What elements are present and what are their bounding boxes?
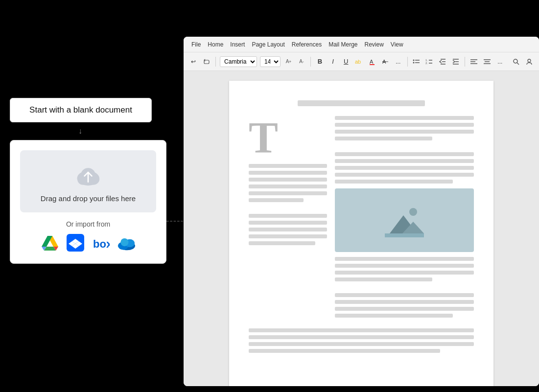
strikethrough-button[interactable]: A [380,56,390,68]
text-line [335,314,453,318]
text-line [335,264,474,268]
doc-col-right [335,116,474,321]
upload-card: Drag and drop your files here Or import … [10,140,166,264]
cloud-upload-icon [73,164,103,188]
menu-page-layout[interactable]: Page Layout [252,41,284,48]
text-line [335,173,474,177]
text-line [335,116,474,120]
image-placeholder [335,188,474,252]
text-line [335,130,474,134]
document-area[interactable]: T [184,71,539,386]
toolbar: ↩ Cambria 14 A+ A- B I U ab A A ... [184,52,539,71]
underline-button[interactable]: U [341,56,351,68]
text-line [249,164,327,168]
svg-point-51 [528,59,531,62]
onedrive-icon[interactable] [117,234,135,252]
arrow-divider: ↓ [10,126,152,136]
import-icons-row: box [41,234,135,252]
text-line [335,152,474,156]
text-line [249,178,327,182]
bullet-list-button[interactable] [411,56,422,68]
or-import-text: Or import from [66,220,110,228]
text-line [249,328,474,332]
drag-drop-text: Drag and drop your files here [41,194,136,203]
toolbar-divider-1 [215,57,216,67]
more-toolbar-button[interactable]: ... [495,56,505,68]
menu-home[interactable]: Home [208,41,223,48]
text-line [249,191,327,195]
toolbar-divider-4 [465,57,465,67]
svg-text:2.: 2. [425,62,428,65]
blank-doc-button[interactable]: Start with a blank document [10,98,152,122]
svg-point-29 [413,59,414,61]
menu-mail-merge[interactable]: Mail Merge [328,41,357,48]
font-color-button[interactable]: A [367,56,377,68]
svg-text:A: A [370,59,374,65]
font-family-select[interactable]: Cambria [220,56,257,67]
menu-references[interactable]: References [292,41,322,48]
svg-line-50 [517,63,519,65]
italic-button[interactable]: I [328,56,338,68]
upload-zone[interactable]: Drag and drop your files here [20,150,156,212]
svg-point-30 [413,62,414,63]
svg-point-20 [120,238,128,246]
menu-file[interactable]: File [191,41,201,48]
indent-button[interactable] [450,56,461,68]
word-app-window: File Home Insert Page Layout References … [184,37,539,386]
text-line [249,221,327,225]
text-line [249,349,440,353]
text-line [335,123,474,127]
text-line [335,300,474,304]
highlight-button[interactable]: ab [354,56,364,68]
text-line [249,228,327,231]
doc-title-placeholder [298,100,425,106]
text-line [335,277,432,281]
user-button[interactable] [524,56,534,68]
svg-rect-55 [385,233,424,237]
align-center-button[interactable] [482,56,492,68]
menu-view[interactable]: View [391,41,403,48]
menu-review[interactable]: Review [365,41,384,48]
text-line [249,234,327,238]
text-line [335,166,474,170]
toolbar-divider-2 [310,57,311,67]
undo-button[interactable]: ↩ [188,56,199,68]
left-panel: Start with a blank document ↓ Drag and d… [0,0,181,392]
bold-button[interactable]: B [315,56,325,68]
redo-button[interactable] [202,56,212,68]
text-line [335,307,474,311]
numbered-list-button[interactable]: 1.2. [424,56,435,68]
menu-insert[interactable]: Insert [230,41,245,48]
text-line [249,241,315,245]
text-line [249,171,327,175]
svg-point-49 [514,59,517,63]
text-line [249,342,474,346]
box-icon[interactable]: box [92,234,110,252]
bottom-text-lines [249,328,474,353]
dropbox-icon[interactable] [67,234,84,252]
text-line [249,184,327,188]
text-line [335,159,474,163]
svg-point-52 [409,208,417,216]
text-line [335,137,432,140]
google-drive-icon[interactable] [41,234,59,252]
text-line [249,214,327,218]
text-line [335,257,474,261]
font-size-select[interactable]: 14 [260,56,281,67]
text-line [249,198,304,202]
svg-text:↓: ↓ [78,127,82,135]
after-image-lines [335,257,474,318]
more-formatting-button[interactable]: ... [393,56,403,68]
menu-bar: File Home Insert Page Layout References … [184,37,539,52]
text-line [335,271,474,275]
increase-font-button[interactable]: A+ [283,56,294,68]
doc-col-left: T [249,116,327,321]
search-button[interactable] [511,56,521,68]
document-page: T [229,81,493,386]
align-left-button[interactable] [469,56,479,68]
doc-big-letter: T [249,116,327,160]
outdent-button[interactable] [438,56,448,68]
svg-text:ab: ab [355,59,361,65]
decrease-font-button[interactable]: A- [297,56,307,68]
text-line [335,293,474,297]
